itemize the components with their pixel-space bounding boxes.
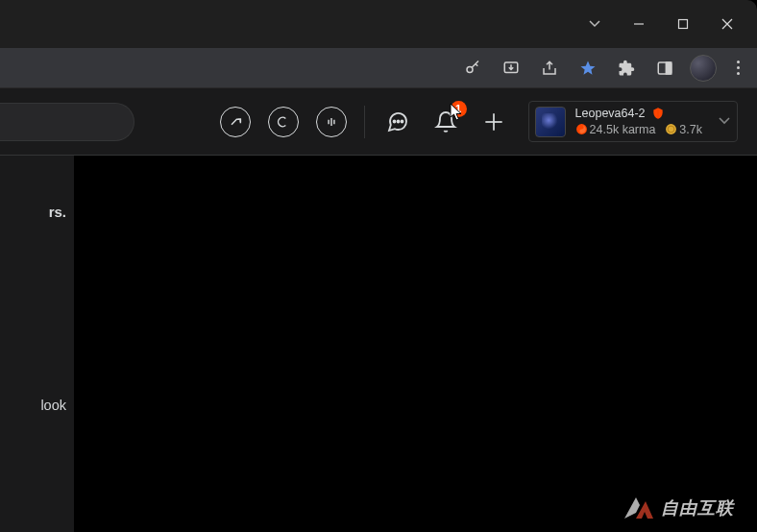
karma-value: 24.5k karma	[590, 122, 656, 137]
chat-icon[interactable]	[382, 107, 413, 137]
svg-rect-6	[667, 62, 672, 74]
svg-point-16	[666, 124, 676, 134]
profile-avatar[interactable]	[690, 55, 717, 82]
notification-badge: 1	[451, 101, 467, 117]
maximize-button[interactable]	[661, 10, 705, 38]
site-header: 1 Leopeva64-2 24.5k karma	[0, 88, 757, 156]
shield-icon	[651, 107, 665, 120]
create-post-button[interactable]	[478, 107, 509, 137]
user-avatar	[535, 107, 566, 137]
close-button[interactable]	[705, 10, 749, 38]
notifications-icon[interactable]: 1	[430, 107, 461, 137]
minimize-button[interactable]	[617, 10, 661, 38]
svg-point-10	[393, 120, 395, 122]
svg-point-2	[467, 66, 473, 72]
header-actions: 1	[220, 106, 509, 138]
coins-icon	[665, 123, 677, 135]
popular-icon[interactable]	[220, 107, 251, 137]
browser-toolbar	[0, 48, 757, 88]
window-titlebar	[0, 0, 757, 48]
chrome-menu-button[interactable]	[728, 60, 747, 75]
divider	[364, 106, 365, 138]
key-icon[interactable]	[459, 55, 486, 82]
coins-value: 3.7k	[679, 122, 702, 137]
svg-point-12	[401, 120, 403, 122]
bookmark-star-icon[interactable]	[574, 55, 601, 82]
search-input[interactable]	[0, 103, 134, 141]
share-icon[interactable]	[536, 55, 563, 82]
left-sidebar: rs. look	[0, 156, 74, 532]
watermark-text: 自由互联	[661, 496, 734, 520]
watermark: 自由互联	[623, 494, 734, 522]
svg-rect-1	[679, 20, 688, 29]
sidepanel-icon[interactable]	[651, 55, 678, 82]
tab-search-dropdown[interactable]	[578, 10, 611, 38]
sidebar-text-fragment: rs.	[0, 204, 74, 220]
chevron-down-icon	[718, 113, 731, 131]
sidebar-text-fragment: look	[0, 398, 74, 413]
page-content: rs. look	[0, 156, 757, 532]
karma-icon	[575, 123, 588, 135]
user-info: Leopeva64-2 24.5k karma 3.7k	[575, 106, 702, 137]
extensions-icon[interactable]	[613, 55, 640, 82]
coin-icon[interactable]	[268, 107, 299, 137]
svg-point-11	[397, 120, 399, 122]
talk-icon[interactable]	[316, 107, 347, 137]
user-menu[interactable]: Leopeva64-2 24.5k karma 3.7k	[528, 101, 738, 142]
install-icon[interactable]	[498, 55, 525, 82]
username: Leopeva64-2	[575, 106, 646, 121]
